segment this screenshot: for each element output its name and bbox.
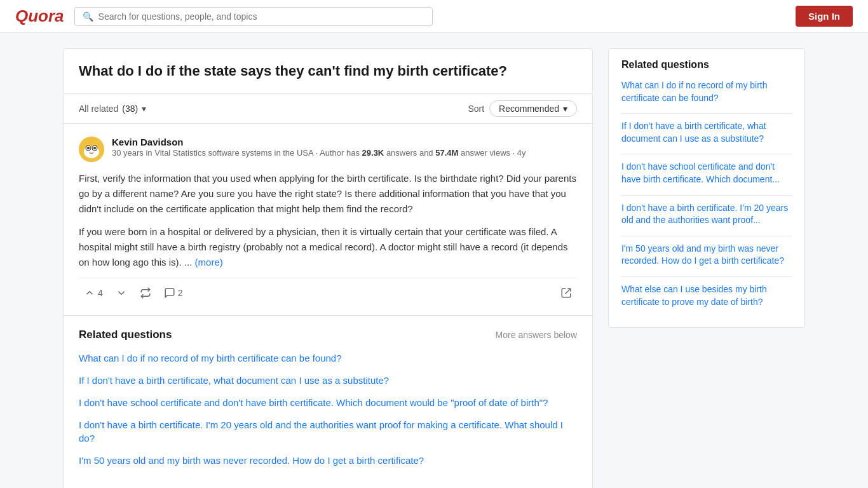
comment-count: 2 — [178, 288, 183, 298]
sort-selected: Recommended — [499, 104, 559, 114]
more-link[interactable]: (more) — [195, 257, 223, 268]
sidebar: Related questions What can I do if no re… — [608, 48, 805, 488]
sort-right: Sort Recommended ▾ — [468, 100, 577, 117]
logo[interactable]: Quora — [15, 6, 64, 26]
all-related-count: (38) — [122, 104, 138, 114]
action-bar: 4 — [79, 278, 577, 302]
upvote-button[interactable]: 4 — [79, 283, 108, 302]
search-bar: 🔍 — [74, 7, 433, 26]
comment-icon — [164, 287, 175, 299]
more-answers-label: More answers below — [496, 330, 577, 340]
sidebar-title: Related questions — [621, 59, 792, 71]
sidebar-link-item[interactable]: What can I do if no record of my birth c… — [621, 79, 792, 104]
author-name[interactable]: Kevin Davidson — [112, 137, 577, 147]
downvote-button[interactable] — [111, 283, 132, 302]
sidebar-link-item[interactable]: I'm 50 years old and my birth was never … — [621, 243, 792, 268]
answer-paragraph-2: If you were born in a hospital or delive… — [79, 224, 577, 270]
sort-label: Sort — [468, 104, 484, 114]
sidebar-card: Related questions What can I do if no re… — [608, 48, 805, 328]
chevron-down-icon: ▾ — [563, 104, 567, 114]
related-link-item[interactable]: I don't have school certificate and don'… — [79, 396, 577, 409]
comment-button[interactable]: 2 — [159, 283, 188, 302]
reshare-icon — [140, 287, 151, 299]
reshare-button[interactable] — [135, 283, 156, 302]
avatar — [79, 137, 104, 162]
related-links-list: What can I do if no record of my birth c… — [79, 351, 577, 467]
chevron-down-icon: ▾ — [142, 104, 146, 114]
sort-dropdown[interactable]: Recommended ▾ — [489, 100, 577, 117]
sidebar-link-item[interactable]: I don't have a birth certificate. I'm 20… — [621, 202, 792, 227]
all-related-label: All related — [79, 104, 118, 114]
upvote-icon — [84, 287, 95, 299]
related-link-item[interactable]: I don't have a birth certificate. I'm 20… — [79, 418, 577, 445]
related-main-title: Related questions — [79, 329, 172, 341]
search-icon: 🔍 — [83, 11, 93, 22]
avatar-image — [79, 137, 104, 162]
related-main-header: Related questions More answers below — [79, 329, 577, 341]
answer-card: Kevin Davidson 30 years in Vital Statist… — [63, 124, 593, 316]
sidebar-divider — [621, 276, 792, 277]
upvote-count: 4 — [98, 288, 103, 298]
sidebar-divider — [621, 154, 792, 154]
page-container: What do I do if the state says they can'… — [53, 33, 815, 488]
related-link-item[interactable]: What can I do if no record of my birth c… — [79, 351, 577, 365]
author-row: Kevin Davidson 30 years in Vital Statist… — [79, 137, 577, 162]
header: Quora 🔍 Sign In — [0, 0, 868, 33]
author-bio: 30 years in Vital Statistics software sy… — [112, 147, 577, 159]
related-link-item[interactable]: If I don't have a birth certificate, wha… — [79, 374, 577, 387]
search-input[interactable] — [98, 11, 425, 22]
sidebar-link-item[interactable]: What else can I use besides my birth cer… — [621, 283, 792, 308]
downvote-icon — [116, 287, 127, 299]
question-card: What do I do if the state says they can'… — [63, 48, 593, 94]
sign-in-button[interactable]: Sign In — [796, 6, 853, 27]
related-link-item[interactable]: I'm 50 years old and my birth was never … — [79, 454, 577, 467]
sort-bar: All related (38) ▾ Sort Recommended ▾ — [63, 94, 593, 124]
share-button[interactable] — [555, 283, 577, 302]
svg-point-5 — [93, 147, 96, 149]
main-content: What do I do if the state says they can'… — [63, 48, 593, 488]
answer-text: First, verify the information that you u… — [79, 171, 577, 270]
author-info: Kevin Davidson 30 years in Vital Statist… — [112, 137, 577, 159]
answer-paragraph-1: First, verify the information that you u… — [79, 171, 577, 217]
sidebar-divider — [621, 195, 792, 196]
author-stats: 29.3K — [362, 148, 384, 158]
sidebar-divider — [621, 113, 792, 114]
author-stats2: 57.4M — [435, 148, 458, 158]
sidebar-link-item[interactable]: If I don't have a birth certificate, wha… — [621, 120, 792, 145]
svg-point-4 — [87, 147, 90, 149]
sidebar-link-item[interactable]: I don't have school certificate and don'… — [621, 161, 792, 186]
share-icon — [560, 287, 572, 299]
all-related-filter[interactable]: All related (38) ▾ — [79, 104, 146, 114]
related-questions-main: Related questions More answers below Wha… — [63, 316, 593, 488]
question-title: What do I do if the state says they can'… — [79, 62, 577, 81]
sidebar-divider — [621, 236, 792, 236]
sidebar-links-list: What can I do if no record of my birth c… — [621, 79, 792, 308]
